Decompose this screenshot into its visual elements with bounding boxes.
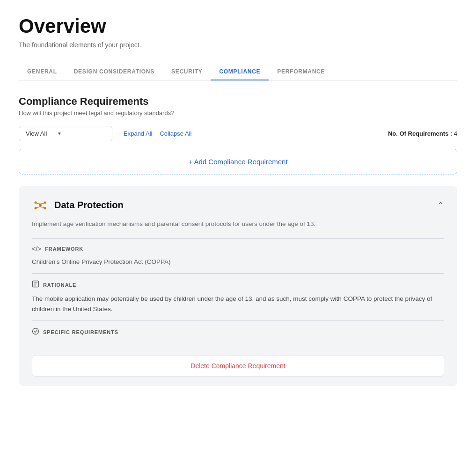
svg-point-2	[44, 201, 46, 204]
rationale-label: RATIONALE	[43, 282, 76, 288]
tab-design-considerations[interactable]: DESIGN CONSIDERATIONS	[66, 64, 163, 80]
add-compliance-requirement-button[interactable]: + Add Compliance Requirement	[19, 149, 457, 175]
framework-icon: </>	[32, 245, 41, 253]
card-header: Data Protection ⌃	[32, 197, 444, 214]
chevron-down-icon: ▾	[58, 131, 61, 137]
svg-point-4	[44, 207, 46, 209]
toolbar-actions: Expand All Collapse All	[124, 130, 191, 137]
specific-requirements-label: SPECIFIC REQUIREMENTS	[43, 329, 118, 335]
svg-point-1	[35, 201, 37, 204]
svg-line-5	[37, 203, 40, 204]
specific-requirements-section: SPECIFIC REQUIREMENTS	[32, 320, 444, 348]
compliance-section-subtitle: How will this project meet legal and reg…	[19, 109, 457, 116]
svg-line-8	[40, 207, 44, 208]
page-subtitle: The foundational elements of your projec…	[19, 41, 457, 49]
data-protection-card: Data Protection ⌃ Implement age verifica…	[19, 186, 457, 386]
svg-point-3	[35, 207, 37, 209]
compliance-section-title: Compliance Requirements	[19, 95, 457, 108]
specific-requirements-icon	[32, 327, 39, 336]
requirements-count: No. Of Requirements : 4	[388, 130, 457, 137]
view-all-dropdown[interactable]: View All ▾	[19, 126, 112, 141]
rationale-header: RATIONALE	[32, 280, 444, 289]
requirements-count-label: No. Of Requirements :	[388, 130, 452, 137]
rationale-value: The mobile application may potentially b…	[32, 294, 444, 314]
requirements-number: 4	[454, 130, 457, 137]
tab-compliance[interactable]: COMPLIANCE	[211, 64, 269, 80]
tabs-navigation: GENERAL DESIGN CONSIDERATIONS SECURITY C…	[19, 64, 457, 80]
page-title: Overview	[19, 15, 457, 37]
svg-line-7	[37, 207, 40, 208]
svg-line-6	[40, 203, 44, 204]
tab-security[interactable]: SECURITY	[163, 64, 211, 80]
data-protection-icon	[32, 197, 49, 214]
card-title: Data Protection	[54, 200, 124, 211]
card-expand-button[interactable]: ⌃	[437, 200, 444, 211]
rationale-section: RATIONALE The mobile application may pot…	[32, 273, 444, 320]
svg-point-0	[39, 204, 42, 207]
collapse-all-button[interactable]: Collapse All	[160, 130, 191, 137]
rationale-icon	[32, 280, 39, 289]
framework-label: FRAMEWORK	[45, 246, 83, 252]
view-all-label: View All	[26, 130, 47, 137]
specific-requirements-header: SPECIFIC REQUIREMENTS	[32, 327, 444, 336]
card-description: Implement age verification mechanisms an…	[32, 219, 444, 229]
expand-all-button[interactable]: Expand All	[124, 130, 152, 137]
framework-header: </> FRAMEWORK	[32, 245, 444, 253]
svg-point-13	[33, 328, 39, 335]
delete-compliance-requirement-button[interactable]: Delete Compliance Requirement	[32, 355, 444, 377]
delete-button-row: Delete Compliance Requirement	[32, 348, 444, 386]
compliance-toolbar: View All ▾ Expand All Collapse All No. O…	[19, 126, 457, 141]
tab-performance[interactable]: PERFORMANCE	[269, 64, 333, 80]
compliance-section: Compliance Requirements How will this pr…	[19, 95, 457, 386]
add-requirement-label: + Add Compliance Requirement	[188, 158, 287, 166]
framework-section: </> FRAMEWORK Children's Online Privacy …	[32, 238, 444, 273]
framework-value: Children's Online Privacy Protection Act…	[32, 257, 444, 267]
tab-general[interactable]: GENERAL	[19, 64, 66, 80]
